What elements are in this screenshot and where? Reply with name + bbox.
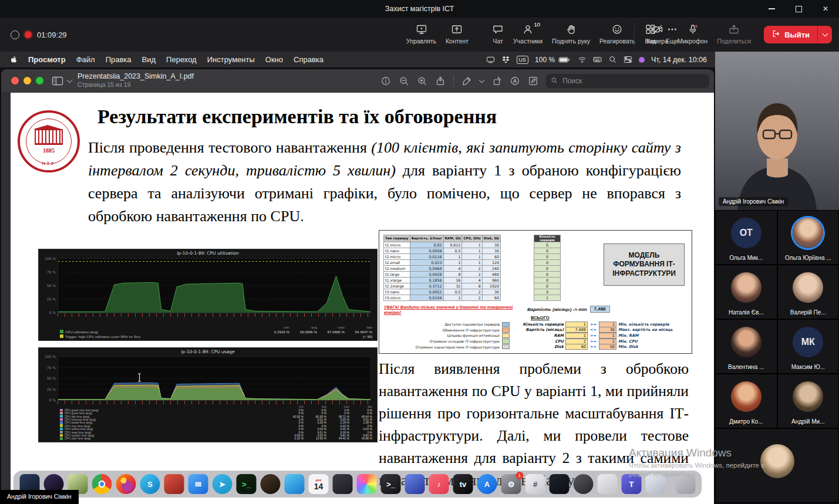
preview-window: Prezentatsiia_2023_Simkin_A_I.pdf Страни… [1, 69, 714, 504]
info-icon[interactable] [380, 76, 391, 86]
toolbar-button-hand[interactable]: Поднять руку [547, 22, 595, 46]
legend-label: Отримані характеристики ІТ-інфраструктур… [416, 345, 500, 349]
search-input[interactable] [561, 76, 705, 86]
leave-options-button[interactable] [817, 26, 832, 43]
summary-limit-cell: 2 [599, 339, 616, 344]
menu-item-Окно[interactable]: Окно [260, 55, 288, 64]
close-window-icon[interactable] [11, 77, 19, 84]
participant-tile[interactable]: Валентина ... [715, 319, 777, 374]
dock-icon-calendar[interactable]: дек14 [309, 474, 329, 494]
menu-item-Справка[interactable]: Справка [288, 55, 329, 64]
dock-icon-dark-round-app[interactable] [261, 474, 281, 494]
menu-item-Вид[interactable]: Вид [137, 55, 161, 64]
toolbar-button-content[interactable]: Контент [441, 22, 473, 46]
participant-tile[interactable]: Наталія Єв... [715, 265, 777, 319]
dock-icon-photos[interactable] [357, 474, 377, 494]
status-dot-icon[interactable] [639, 57, 645, 63]
dock-icon-dark-grid-app[interactable] [333, 474, 353, 494]
dock-icon-chrome[interactable] [92, 474, 112, 494]
menubar-clock[interactable]: Чт, 14 дек. 10:06 [651, 56, 707, 64]
toolbar-button-manage[interactable]: Управлять [402, 22, 441, 46]
close-button[interactable]: ✕ [812, 0, 839, 18]
toolbar-button-label: Управлять [406, 38, 436, 45]
participants-icon: 10 [522, 23, 534, 36]
participant-name: Валерій Пе... [780, 309, 837, 316]
dock-icon-firefox[interactable] [116, 474, 136, 494]
dock-icon-iterm[interactable]: >_ [237, 474, 257, 494]
summary-value-cell: 1 [565, 333, 588, 339]
dock-icon-skype[interactable]: S [140, 474, 160, 494]
control-center-icon[interactable] [624, 55, 632, 64]
dropbox-icon[interactable] [501, 55, 510, 64]
toolbar-button-mic[interactable]: Микрофон [673, 22, 712, 46]
zoom-window-icon[interactable] [36, 77, 43, 84]
sidebar-view-button[interactable] [52, 75, 72, 87]
chart-plot-area [58, 258, 371, 313]
text-cursor [137, 373, 142, 384]
dock-icon-telegram[interactable]: ➤ [213, 474, 233, 494]
share-up-icon[interactable] [435, 76, 446, 86]
participant-tile[interactable]: Дмитро Ко... [715, 374, 777, 428]
participant-tile[interactable]: Валерій Пе... [777, 265, 839, 319]
menu-item-Инструменты[interactable]: Инструменты [202, 55, 260, 64]
pdf-page: 1885 НТУ Результати експериментів та їх … [11, 93, 714, 504]
dock-icon-red-grid-app[interactable] [164, 474, 184, 494]
dock-icon-music[interactable]: ♪ [429, 474, 449, 494]
participant-tile[interactable]: ОТОльга Мик... [715, 210, 777, 265]
dock-icon-apple-tv[interactable]: tv [453, 474, 473, 494]
search-field[interactable] [546, 74, 709, 88]
dock-icon-screen-share-app[interactable]: # [525, 474, 545, 494]
rotate-icon[interactable] [491, 76, 502, 86]
minimize-button[interactable] [758, 0, 785, 18]
toolbar-button-camera[interactable]: Камера [642, 22, 673, 46]
chevron-down-icon[interactable] [479, 77, 485, 83]
zoom-out-icon[interactable] [399, 76, 409, 86]
dock-icon-mail[interactable]: ✉ [188, 474, 208, 494]
participant-tile[interactable] [715, 428, 839, 503]
toolbar-right-buttons: КамераМикрофонПоделиться Выйти [627, 22, 832, 48]
wifi-icon[interactable] [578, 55, 587, 64]
dock-icon-blue-pro-app[interactable] [405, 474, 425, 494]
battery-indicator[interactable]: 100 % [535, 56, 571, 64]
markup-pencil-icon[interactable] [461, 76, 472, 86]
presenter-video-tile[interactable]: Андрій Ігорович Сімкін [715, 52, 839, 210]
meeting-toolbar: 01:09:29 УправлятьКонтентЧат10УчастникиП… [0, 18, 839, 52]
participant-tile[interactable]: Ольга Юріївна ... [777, 210, 839, 265]
leave-button[interactable]: Выйти [764, 26, 817, 43]
legend-swatch [502, 344, 510, 350]
toolbar-button-share[interactable]: Поделиться [712, 22, 756, 46]
dock-icon-gimp-app[interactable] [574, 474, 594, 494]
legend-label: CPU user time [avg] [65, 437, 281, 440]
dock-icon-preview-app[interactable] [646, 474, 666, 494]
minimize-window-icon[interactable] [23, 77, 31, 84]
zoom-in-icon[interactable] [417, 76, 427, 86]
dock-icon-docs-app[interactable] [285, 474, 305, 494]
dock-icon-app-store[interactable]: A [477, 474, 497, 494]
dock-icon-settings[interactable]: ⚙1 [501, 474, 521, 494]
screen-mirroring-icon[interactable] [486, 55, 495, 64]
dock-icon-teams[interactable]: T [622, 474, 642, 494]
annotate-icon[interactable] [510, 76, 520, 86]
menu-item-Правка[interactable]: Правка [100, 55, 137, 64]
app-menu-preview[interactable]: Просмотр [23, 55, 71, 64]
dock-icon-trash[interactable] [676, 474, 696, 494]
spotlight-icon[interactable] [608, 55, 617, 64]
toolbar-button-participants[interactable]: 10Участники [508, 22, 547, 46]
maximize-button[interactable] [785, 0, 812, 18]
apple-menu-icon[interactable] [5, 55, 23, 64]
summary-name: RAM [513, 333, 564, 338]
toolbar-button-label: Микрофон [678, 38, 707, 45]
dock-icon-dark-dev-app[interactable] [550, 474, 570, 494]
keyboard-icon[interactable] [593, 55, 602, 64]
dock-icon-notes-app[interactable] [598, 474, 618, 494]
stop-recording-icon[interactable] [11, 31, 19, 39]
menu-item-Переход[interactable]: Переход [161, 55, 202, 64]
participant-tile[interactable]: Андрій Ми... [777, 374, 839, 428]
menu-item-Файл[interactable]: Файл [71, 55, 100, 64]
markup-box-icon[interactable] [528, 76, 538, 86]
input-source-indicator[interactable]: US [517, 56, 529, 64]
participant-tile[interactable]: МКМаксим Ю... [777, 319, 839, 374]
dock-icon-terminal[interactable]: >_ [381, 474, 401, 494]
toolbar-button-chat[interactable]: Чат [487, 22, 508, 46]
summary-limit-cell: 1 [599, 322, 616, 327]
